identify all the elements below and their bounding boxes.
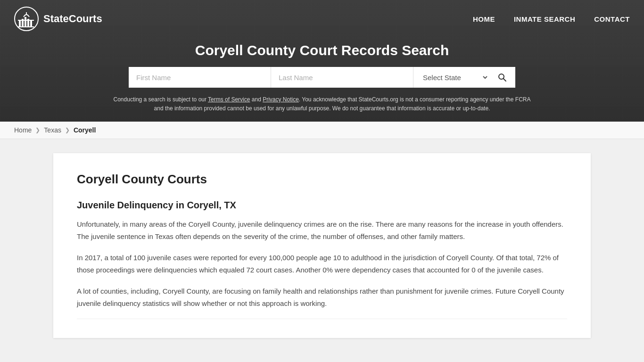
search-button[interactable] [489,67,515,88]
header: StateCourts HOME INMATE SEARCH CONTACT C… [0,0,644,122]
disclaimer-text: Conducting a search is subject to our Te… [110,95,534,113]
content-heading: Coryell County Courts [77,172,567,187]
svg-rect-5 [30,21,32,26]
page-title: Coryell County Court Records Search [9,42,635,58]
main-content: Coryell County Courts Juvenile Delinquen… [44,153,600,338]
section-divider [77,319,567,319]
content-para3: A lot of counties, including, Coryell Co… [77,285,567,309]
nav-home[interactable]: HOME [473,15,495,23]
content-para2: In 2017, a total of 100 juvenile cases w… [77,252,567,276]
state-select[interactable]: Select State Texas California Florida Ne… [413,67,489,88]
breadcrumb-sep-1: ❯ [35,127,40,133]
svg-rect-1 [19,21,21,26]
breadcrumb: Home ❯ Texas ❯ Coryell [0,122,644,139]
breadcrumb-county: Coryell [74,126,96,134]
svg-rect-7 [18,26,34,27]
logo-icon [14,7,39,31]
privacy-link[interactable]: Privacy Notice [263,96,299,103]
search-bar: Select State Texas California Florida Ne… [129,67,515,88]
content-card: Coryell County Courts Juvenile Delinquen… [53,153,591,338]
logo-text: StateCourts [43,13,102,25]
logo-link[interactable]: StateCourts [14,7,102,31]
svg-line-10 [504,79,506,82]
nav-bar: StateCourts HOME INMATE SEARCH CONTACT [0,0,644,38]
header-title-area: Coryell County Court Records Search Sele… [0,38,644,122]
terms-link[interactable]: Terms of Service [208,96,250,103]
svg-rect-3 [25,17,26,26]
nav-links: HOME INMATE SEARCH CONTACT [473,15,630,23]
search-icon [497,73,507,82]
section1-heading: Juvenile Delinquency in Coryell, TX [77,200,567,211]
first-name-input[interactable] [129,67,271,88]
breadcrumb-sep-2: ❯ [65,127,70,133]
content-para1: Unfortunately, in many areas of the Cory… [77,218,567,242]
breadcrumb-state[interactable]: Texas [44,126,61,134]
last-name-input[interactable] [271,67,413,88]
breadcrumb-home[interactable]: Home [14,126,32,134]
svg-rect-6 [18,20,34,21]
nav-contact[interactable]: CONTACT [594,15,630,23]
nav-inmate-search[interactable]: INMATE SEARCH [514,15,575,23]
